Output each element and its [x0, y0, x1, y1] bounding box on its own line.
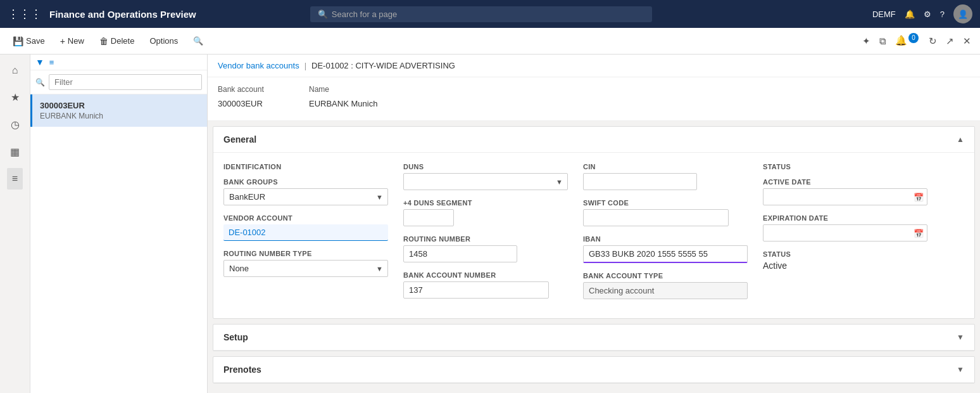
new-button[interactable]: + New: [54, 33, 91, 49]
status-column: STATUS Active date 📅 Expiration date: [763, 163, 927, 308]
sidebar-item-calendar[interactable]: ▦: [5, 141, 25, 163]
expiration-date-input[interactable]: [763, 224, 927, 242]
iban-group: IBAN: [583, 235, 748, 263]
list-panel: ▼ ≡ 🔍 300003EUR EURBANK Munich: [30, 55, 208, 393]
notification-count: 0: [908, 33, 919, 43]
setup-chevron-icon: ▼: [957, 333, 964, 342]
new-icon: +: [60, 36, 65, 46]
bank-groups-select[interactable]: BankEUR: [223, 188, 388, 205]
swift-input[interactable]: [583, 209, 729, 226]
breadcrumb-separator: |: [305, 61, 306, 70]
plus-four-label: +4 DUNS segment: [403, 199, 568, 207]
form-header: Bank account Name: [208, 77, 980, 121]
duns-column: DUNS ▼ +4 DUNS segment: [403, 163, 568, 308]
toolbar-right: ✦ ⧉ 🔔 0 ↻ ↗ ✕: [860, 33, 974, 49]
expiration-date-calendar-icon[interactable]: 📅: [914, 228, 924, 238]
plus-four-group: +4 DUNS segment: [403, 199, 568, 226]
sidebar-item-list[interactable]: ≡: [7, 168, 23, 190]
list-order-icon[interactable]: ≡: [49, 58, 54, 67]
list-item[interactable]: 300003EUR EURBANK Munich: [30, 94, 207, 127]
active-date-input[interactable]: [763, 188, 927, 205]
bank-account-number-group: Bank account number: [403, 271, 568, 299]
duns-label: DUNS: [403, 163, 568, 171]
list-item-id: 300003EUR: [40, 101, 199, 110]
settings-icon[interactable]: ⚙: [924, 10, 931, 19]
cin-input[interactable]: [583, 173, 697, 190]
status-group: Status Active: [763, 250, 927, 271]
identification-title: IDENTIFICATION: [223, 163, 388, 171]
routing-number-input[interactable]: [403, 245, 517, 262]
breadcrumb-current: DE-01002 : CITY-WIDE ADVERTISING: [311, 61, 455, 70]
main-layout: ⌂ ★ ◷ ▦ ≡ ▼ ≡ 🔍 300003EUR EURBANK Munich…: [0, 55, 980, 393]
general-section-title: General: [223, 134, 256, 145]
routing-number-type-label: Routing number type: [223, 250, 388, 257]
plus-four-input[interactable]: [403, 209, 454, 226]
open-new-icon[interactable]: ↗: [943, 33, 957, 49]
name-input[interactable]: [309, 96, 436, 112]
cin-group: CIN: [583, 163, 748, 190]
name-label: Name: [309, 85, 436, 94]
list-filter: 🔍: [30, 70, 207, 94]
breadcrumb-parent[interactable]: Vendor bank accounts: [218, 61, 299, 70]
bank-groups-label: Bank groups: [223, 178, 388, 186]
general-section-body: IDENTIFICATION Bank groups BankEUR ▼: [213, 153, 974, 318]
setup-section-title: Setup: [223, 332, 248, 342]
side-icons: ⌂ ★ ◷ ▦ ≡: [0, 55, 30, 393]
avatar[interactable]: 👤: [953, 4, 972, 23]
split-icon[interactable]: ⧉: [877, 33, 889, 49]
duns-group: DUNS ▼: [403, 163, 568, 190]
search-bar[interactable]: 🔍: [310, 6, 652, 22]
iban-input[interactable]: [583, 245, 748, 263]
status-label: Status: [763, 250, 927, 258]
bank-account-number-input[interactable]: [403, 281, 549, 299]
prenotes-section: Prenotes ▼: [213, 356, 975, 383]
vendor-account-group: Vendor account: [223, 214, 388, 241]
delete-button[interactable]: 🗑 Delete: [93, 33, 141, 49]
alert-icon[interactable]: 🔔: [893, 32, 910, 48]
breadcrumb: Vendor bank accounts | DE-01002 : CITY-W…: [208, 55, 980, 77]
swift-label: SWIFT code: [583, 199, 748, 207]
filter-icon[interactable]: ▼: [35, 57, 44, 67]
personalize-icon[interactable]: ✦: [860, 33, 873, 49]
vendor-account-label: Vendor account: [223, 214, 388, 222]
sidebar-item-favorites[interactable]: ★: [6, 86, 25, 108]
active-date-calendar-icon[interactable]: 📅: [914, 192, 924, 202]
options-button[interactable]: Options: [143, 33, 184, 49]
expiration-date-group: Expiration date 📅: [763, 214, 927, 242]
search-input[interactable]: [332, 10, 644, 19]
notification-icon[interactable]: 🔔: [905, 10, 915, 19]
notification-badge-wrap: 🔔 0: [893, 35, 922, 47]
prenotes-section-header[interactable]: Prenotes ▼: [213, 357, 974, 383]
bank-account-type-group: Bank account type: [583, 272, 748, 299]
cin-label: CIN: [583, 163, 748, 171]
filter-search-icon: 🔍: [193, 36, 203, 46]
active-date-label: Active date: [763, 178, 927, 186]
filter-search-button[interactable]: 🔍: [187, 33, 210, 49]
filter-input[interactable]: [49, 74, 202, 90]
save-button[interactable]: 💾 Save: [6, 33, 51, 49]
identification-column: IDENTIFICATION Bank groups BankEUR ▼: [223, 163, 388, 308]
status-value: Active: [763, 261, 927, 271]
routing-number-type-select-wrap: None ABA SWIFT ▼: [223, 260, 388, 277]
user-label: DEMF: [872, 10, 896, 19]
list-header: ▼ ≡: [30, 55, 207, 70]
toolbar: 💾 Save + New 🗑 Delete Options 🔍 ✦ ⧉ 🔔 0 …: [0, 28, 980, 55]
duns-select[interactable]: [403, 173, 568, 190]
bank-groups-select-wrap: BankEUR ▼: [223, 188, 388, 205]
refresh-icon[interactable]: ↻: [926, 33, 939, 49]
grid-icon[interactable]: ⋮⋮⋮: [8, 7, 42, 21]
iban-label: IBAN: [583, 235, 748, 243]
sidebar-item-recent[interactable]: ◷: [6, 113, 25, 136]
help-icon[interactable]: ?: [940, 10, 945, 19]
prenotes-chevron-icon: ▼: [957, 365, 964, 374]
general-section-header[interactable]: General ▲: [213, 127, 974, 153]
active-date-wrap: 📅: [763, 188, 927, 205]
search-icon: 🔍: [318, 10, 328, 19]
setup-section-header[interactable]: Setup ▼: [213, 325, 974, 351]
close-icon[interactable]: ✕: [960, 33, 974, 49]
routing-number-type-select[interactable]: None ABA SWIFT: [223, 260, 388, 277]
vendor-account-input[interactable]: [223, 224, 388, 241]
sidebar-item-home[interactable]: ⌂: [7, 60, 23, 81]
bank-account-input[interactable]: [218, 96, 294, 112]
general-section: General ▲ IDENTIFICATION Bank groups Ban…: [213, 126, 975, 319]
